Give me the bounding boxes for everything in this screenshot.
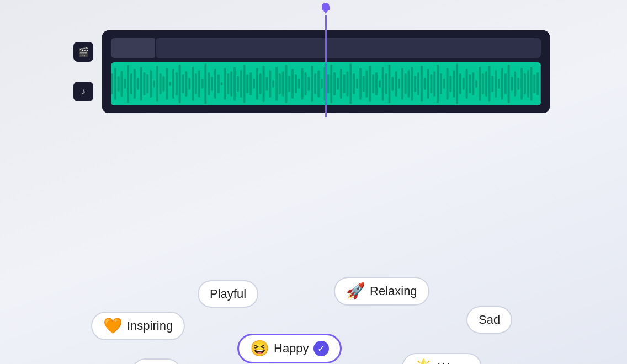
svg-rect-45 — [256, 68, 258, 100]
svg-rect-24 — [188, 78, 190, 90]
svg-rect-124 — [511, 77, 513, 91]
svg-rect-59 — [301, 68, 304, 100]
svg-rect-51 — [275, 67, 278, 101]
svg-rect-9 — [140, 67, 142, 101]
svg-rect-96 — [421, 66, 423, 102]
svg-rect-125 — [514, 71, 516, 97]
svg-rect-39 — [237, 76, 239, 92]
happy-emoji: 😆 — [250, 341, 269, 356]
svg-rect-37 — [230, 71, 232, 97]
svg-rect-130 — [530, 67, 533, 101]
svg-rect-91 — [405, 73, 407, 94]
svg-rect-35 — [224, 68, 226, 100]
svg-rect-77 — [359, 68, 362, 100]
svg-rect-34 — [221, 82, 223, 85]
mood-tag-playful[interactable]: Playful — [198, 280, 258, 308]
svg-rect-111 — [469, 74, 471, 93]
svg-rect-52 — [279, 73, 281, 94]
mood-tag-relaxing[interactable]: 🚀 Relaxing — [334, 277, 429, 306]
svg-rect-132 — [536, 72, 539, 95]
timeline-section: 🎬 ♪ — [102, 30, 550, 113]
svg-rect-104 — [447, 68, 449, 100]
svg-rect-54 — [285, 65, 287, 103]
svg-rect-13 — [153, 80, 155, 88]
timeline-sidebar: 🎬 ♪ — [73, 30, 93, 113]
svg-rect-75 — [353, 73, 355, 94]
svg-rect-55 — [288, 76, 290, 92]
svg-rect-85 — [385, 73, 387, 94]
svg-rect-8 — [137, 78, 139, 90]
svg-rect-114 — [479, 67, 481, 101]
svg-rect-80 — [369, 66, 371, 102]
svg-rect-107 — [456, 63, 458, 104]
playhead[interactable] — [325, 15, 327, 117]
svg-rect-15 — [160, 73, 162, 94]
svg-rect-93 — [411, 67, 413, 101]
svg-rect-118 — [491, 76, 493, 92]
svg-rect-61 — [307, 77, 310, 91]
svg-rect-5 — [127, 65, 129, 103]
svg-rect-109 — [463, 78, 465, 90]
svg-rect-53 — [282, 71, 284, 97]
inspiring-emoji: 🧡 — [103, 318, 123, 334]
mood-tag-warm[interactable]: 🌟 Warm — [402, 353, 482, 364]
svg-rect-79 — [366, 70, 368, 98]
video-segment-1 — [111, 38, 155, 58]
timeline-tracks — [102, 30, 550, 113]
svg-rect-33 — [217, 74, 220, 93]
svg-rect-19 — [172, 69, 174, 99]
svg-rect-116 — [485, 71, 487, 97]
svg-rect-44 — [253, 79, 255, 89]
svg-rect-62 — [311, 66, 313, 102]
svg-rect-72 — [343, 74, 346, 93]
svg-rect-29 — [204, 63, 206, 104]
svg-rect-38 — [233, 67, 236, 101]
svg-rect-22 — [182, 74, 184, 93]
svg-rect-40 — [240, 70, 242, 98]
svg-rect-32 — [214, 69, 216, 99]
svg-rect-129 — [527, 70, 529, 98]
svg-rect-28 — [201, 79, 204, 89]
playhead-handle[interactable] — [322, 3, 330, 14]
svg-rect-94 — [414, 76, 416, 92]
svg-rect-57 — [295, 74, 297, 93]
svg-rect-63 — [314, 73, 316, 94]
svg-rect-86 — [388, 65, 390, 103]
svg-rect-117 — [488, 66, 491, 102]
svg-rect-106 — [453, 70, 455, 98]
svg-rect-76 — [356, 79, 358, 89]
svg-rect-84 — [382, 67, 384, 101]
svg-rect-105 — [449, 76, 451, 92]
mood-tag-happy[interactable]: 😆 Happy ✓ — [237, 334, 342, 363]
svg-rect-97 — [424, 78, 426, 90]
svg-rect-21 — [179, 65, 181, 103]
svg-rect-115 — [482, 73, 484, 94]
svg-rect-27 — [198, 70, 200, 98]
svg-rect-41 — [243, 65, 246, 103]
svg-rect-131 — [533, 74, 535, 93]
svg-rect-31 — [211, 77, 213, 91]
svg-rect-120 — [498, 79, 500, 89]
svg-rect-14 — [156, 66, 158, 102]
mood-tag-sad[interactable]: Sad — [466, 306, 512, 334]
svg-rect-100 — [433, 71, 435, 97]
svg-rect-127 — [520, 68, 523, 100]
svg-rect-60 — [305, 72, 307, 95]
svg-rect-90 — [401, 68, 403, 100]
svg-rect-92 — [408, 70, 410, 98]
svg-rect-18 — [169, 82, 171, 86]
mood-tag-inspiring[interactable]: 🧡 Inspiring — [91, 312, 185, 340]
svg-rect-20 — [176, 72, 178, 95]
svg-rect-123 — [508, 65, 510, 103]
svg-rect-10 — [143, 72, 145, 95]
svg-rect-4 — [124, 79, 126, 89]
svg-rect-42 — [246, 74, 248, 93]
svg-rect-43 — [249, 72, 252, 95]
svg-rect-11 — [146, 74, 148, 93]
svg-rect-112 — [472, 72, 474, 95]
svg-rect-110 — [466, 69, 468, 99]
svg-rect-98 — [427, 69, 429, 99]
svg-rect-65 — [321, 79, 323, 89]
mood-tags-area: Playful 🚀 Relaxing 🧡 Inspiring Sad 😆 Hap… — [0, 138, 627, 364]
mood-tag-dark[interactable]: Dark — [131, 358, 181, 364]
